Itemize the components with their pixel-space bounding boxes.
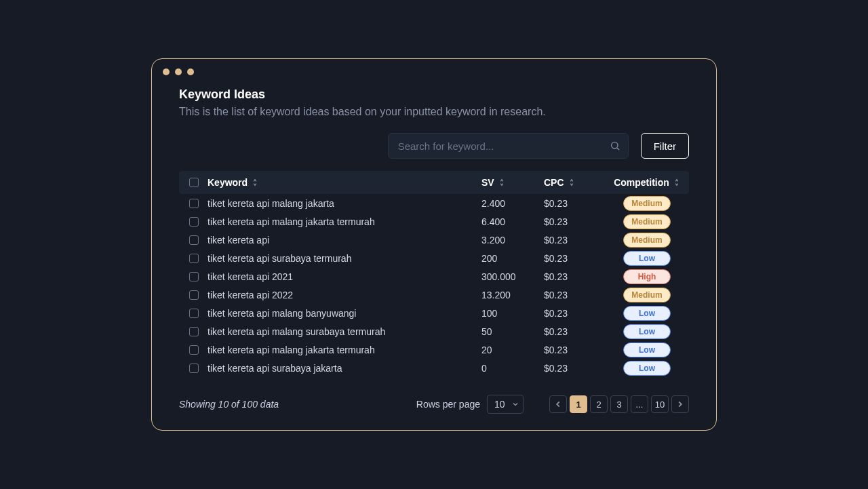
cell-competition: Medium: [606, 233, 688, 248]
row-checkbox[interactable]: [189, 235, 199, 245]
col-label: Competition: [614, 177, 669, 188]
sort-icon: [568, 178, 575, 187]
select-all-checkbox[interactable]: [189, 178, 199, 187]
chevron-right-icon: [676, 400, 684, 408]
table-row: tiket kereta api 202213.200$0.23Medium: [179, 286, 689, 304]
status-text: Showing 10 of 100 data: [179, 399, 279, 410]
cell-cpc: $0.23: [544, 216, 606, 227]
page-10[interactable]: 10: [651, 395, 669, 413]
row-checkbox[interactable]: [189, 364, 199, 373]
search-input[interactable]: [388, 133, 629, 159]
cell-keyword: tiket kereta api malang banyuwangi: [208, 308, 481, 319]
cell-keyword: tiket kereta api malang jakarta termurah: [208, 216, 481, 227]
cell-sv: 0: [481, 363, 544, 374]
cell-cpc: $0.23: [544, 271, 606, 282]
chevron-down-icon: [512, 401, 519, 408]
row-checkbox[interactable]: [189, 199, 199, 208]
search-wrap: [388, 133, 629, 159]
page-2[interactable]: 2: [590, 395, 608, 413]
filter-button[interactable]: Filter: [641, 133, 689, 159]
competition-badge: Low: [623, 324, 671, 339]
row-checkbox[interactable]: [189, 290, 199, 300]
sort-icon: [498, 178, 505, 187]
table-footer: Showing 10 of 100 data Rows per page 10 …: [179, 395, 689, 414]
row-checkbox[interactable]: [189, 327, 199, 336]
competition-badge: High: [623, 269, 671, 284]
cell-cpc: $0.23: [544, 253, 606, 264]
cell-sv: 100: [481, 308, 544, 319]
row-checkbox[interactable]: [189, 254, 199, 263]
page-next[interactable]: [671, 395, 689, 413]
col-label: SV: [481, 177, 494, 188]
cell-sv: 200: [481, 253, 544, 264]
row-checkbox-cell: [180, 217, 208, 227]
cell-keyword: tiket kereta api malang jakarta: [208, 198, 481, 209]
col-sv[interactable]: SV: [481, 177, 544, 188]
row-checkbox-cell: [180, 364, 208, 373]
cell-keyword: tiket kereta api malang jakarta termurah: [208, 345, 481, 355]
competition-badge: Low: [623, 306, 671, 321]
competition-badge: Low: [623, 361, 671, 376]
cell-sv: 50: [481, 326, 544, 337]
cell-cpc: $0.23: [544, 326, 606, 337]
row-checkbox-cell: [180, 235, 208, 245]
table-row: tiket kereta api malang jakarta termurah…: [179, 212, 689, 231]
cell-keyword: tiket kereta api surabaya jakarta: [208, 363, 481, 374]
col-competition[interactable]: Competition: [606, 177, 688, 188]
cell-keyword: tiket kereta api: [208, 235, 481, 246]
cell-cpc: $0.23: [544, 290, 606, 300]
cell-keyword: tiket kereta api malang surabaya termura…: [208, 326, 481, 337]
window-dot-maximize[interactable]: [187, 69, 194, 75]
chevron-left-icon: [554, 400, 562, 408]
cell-competition: Medium: [606, 288, 688, 302]
table-row: tiket kereta api malang jakarta termurah…: [179, 340, 689, 359]
rpp-select[interactable]: 10: [487, 395, 524, 414]
cell-keyword: tiket kereta api surabaya termurah: [208, 253, 481, 264]
page-3[interactable]: 3: [610, 395, 628, 413]
row-checkbox-cell: [180, 345, 208, 355]
cell-competition: Low: [606, 361, 688, 376]
row-checkbox-cell: [180, 290, 208, 300]
competition-badge: Low: [623, 251, 671, 266]
col-cpc[interactable]: CPC: [544, 177, 606, 188]
cell-competition: Medium: [606, 214, 688, 229]
table-row: tiket kereta api surabaya jakarta0$0.23L…: [179, 359, 689, 377]
keyword-table: Keyword SV CPC Competition tiket kereta …: [179, 171, 689, 377]
cell-competition: Low: [606, 306, 688, 321]
sort-icon: [252, 178, 258, 187]
col-keyword[interactable]: Keyword: [208, 177, 481, 188]
cell-cpc: $0.23: [544, 235, 606, 246]
cell-sv: 300.000: [481, 271, 544, 282]
cell-sv: 13.200: [481, 290, 544, 300]
col-label: Keyword: [208, 177, 248, 188]
window-dot-minimize[interactable]: [175, 69, 182, 75]
table-row: tiket kereta api malang banyuwangi100$0.…: [179, 304, 689, 322]
row-checkbox[interactable]: [189, 309, 199, 318]
page-subtitle: This is the list of keyword ideas based …: [179, 106, 689, 118]
row-checkbox[interactable]: [189, 272, 199, 281]
page-prev[interactable]: [549, 395, 567, 413]
page-title: Keyword Ideas: [179, 87, 689, 102]
rpp-value: 10: [494, 399, 505, 410]
svg-line-1: [617, 148, 619, 150]
cell-competition: Medium: [606, 196, 688, 211]
select-all-cell: [180, 178, 208, 187]
cell-competition: High: [606, 269, 688, 284]
cell-sv: 20: [481, 345, 544, 355]
table-body: tiket kereta api malang jakarta2.400$0.2…: [179, 194, 689, 377]
rows-per-page: Rows per page 10: [416, 395, 524, 414]
cell-sv: 3.200: [481, 235, 544, 246]
page-1[interactable]: 1: [570, 395, 587, 413]
table-row: tiket kereta api malang jakarta2.400$0.2…: [179, 194, 689, 212]
svg-point-0: [611, 142, 617, 149]
row-checkbox[interactable]: [189, 217, 199, 227]
content-area: Keyword Ideas This is the list of keywor…: [152, 82, 716, 430]
cell-cpc: $0.23: [544, 345, 606, 355]
row-checkbox-cell: [180, 327, 208, 336]
cell-competition: Low: [606, 251, 688, 266]
row-checkbox[interactable]: [189, 345, 199, 355]
window-dot-close[interactable]: [163, 69, 170, 75]
cell-keyword: tiket kereta api 2022: [208, 290, 481, 300]
competition-badge: Medium: [623, 196, 671, 211]
cell-cpc: $0.23: [544, 198, 606, 209]
